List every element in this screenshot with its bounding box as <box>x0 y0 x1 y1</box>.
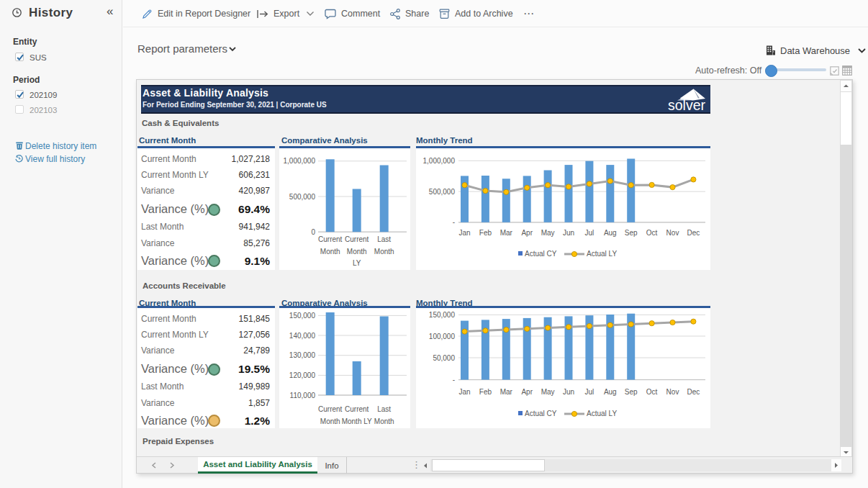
svg-text:Feb: Feb <box>479 229 492 237</box>
svg-text:Mar: Mar <box>500 229 513 237</box>
svg-text:110,000: 110,000 <box>290 392 316 399</box>
svg-text:50,000: 50,000 <box>433 354 455 362</box>
svg-text:Actual CY: Actual CY <box>525 250 557 258</box>
svg-text:Month LY: Month LY <box>342 417 372 425</box>
svg-text:150,000: 150,000 <box>289 312 316 320</box>
svg-text:solver: solver <box>668 97 706 113</box>
svg-text:-: - <box>453 376 455 384</box>
svg-text:Month: Month <box>374 417 394 425</box>
svg-text:1,000,000: 1,000,000 <box>284 157 316 165</box>
svg-text:Last: Last <box>377 235 391 243</box>
svg-text:Sep: Sep <box>625 388 638 396</box>
svg-text:Aug: Aug <box>604 388 617 396</box>
svg-text:150,000: 150,000 <box>429 311 456 319</box>
svg-text:Actual LY: Actual LY <box>587 410 617 417</box>
svg-text:Jun: Jun <box>563 229 574 237</box>
svg-text:100,000: 100,000 <box>429 333 456 340</box>
svg-text:120,000: 120,000 <box>289 371 316 379</box>
svg-text:May: May <box>541 388 555 396</box>
svg-text:Current: Current <box>318 235 343 243</box>
svg-text:Apr: Apr <box>521 388 533 396</box>
svg-text:-: - <box>453 218 455 226</box>
svg-text:0: 0 <box>311 228 315 236</box>
svg-text:Current: Current <box>318 405 343 413</box>
svg-text:Dec: Dec <box>687 229 700 237</box>
svg-text:500,000: 500,000 <box>429 188 456 196</box>
svg-text:Current: Current <box>345 405 369 413</box>
svg-text:Mar: Mar <box>500 388 513 396</box>
svg-text:LY: LY <box>353 259 361 267</box>
svg-text:Current: Current <box>345 235 369 243</box>
svg-text:Jan: Jan <box>458 229 470 237</box>
svg-text:May: May <box>541 229 555 237</box>
svg-text:Oct: Oct <box>646 229 658 237</box>
svg-text:Apr: Apr <box>521 229 533 237</box>
svg-text:Month: Month <box>320 417 340 425</box>
svg-text:Month: Month <box>374 248 394 256</box>
svg-text:Month: Month <box>320 248 340 256</box>
svg-text:Jul: Jul <box>585 388 595 396</box>
svg-text:Jun: Jun <box>563 388 574 396</box>
svg-text:Actual CY: Actual CY <box>525 410 557 417</box>
svg-text:500,000: 500,000 <box>289 193 316 201</box>
svg-text:Dec: Dec <box>687 388 700 396</box>
svg-text:Actual LY: Actual LY <box>587 250 617 258</box>
svg-text:Aug: Aug <box>604 229 617 237</box>
svg-text:Feb: Feb <box>479 388 492 396</box>
svg-text:Nov: Nov <box>666 229 679 237</box>
svg-text:Jan: Jan <box>458 388 470 396</box>
svg-text:Month: Month <box>347 248 367 256</box>
svg-text:Nov: Nov <box>666 388 679 396</box>
svg-text:Jul: Jul <box>585 229 595 237</box>
svg-text:140,000: 140,000 <box>289 332 316 340</box>
svg-text:Oct: Oct <box>646 388 658 396</box>
svg-text:1,000,000: 1,000,000 <box>423 157 456 165</box>
svg-text:130,000: 130,000 <box>289 351 316 359</box>
svg-text:Sep: Sep <box>625 229 638 237</box>
svg-text:Last: Last <box>377 405 391 413</box>
